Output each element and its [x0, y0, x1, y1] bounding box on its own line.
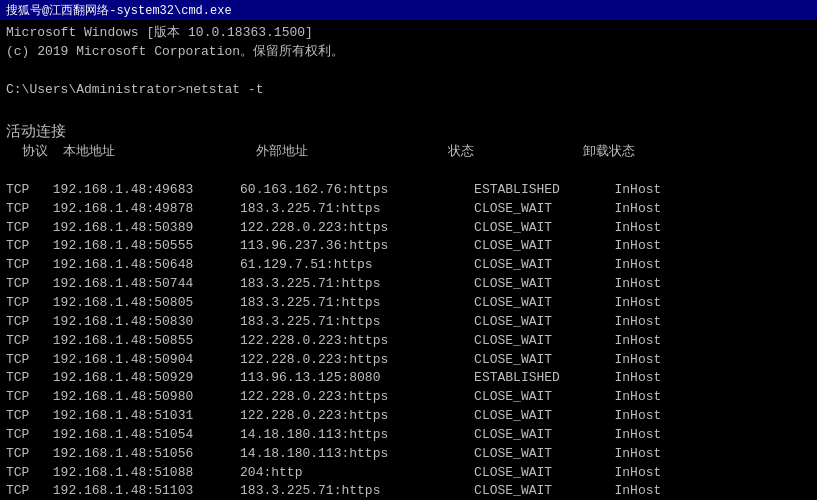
title-bar: 搜狐号@江西翻网络-system32\cmd.exe [0, 0, 817, 20]
table-row: TCP 192.168.1.48:51056 14.18.180.113:htt… [6, 445, 811, 464]
col-state: 状态 [448, 144, 583, 159]
table-row: TCP 192.168.1.48:50855 122.228.0.223:htt… [6, 332, 811, 351]
copyright-line: (c) 2019 Microsoft Corporation。保留所有权利。 [6, 43, 811, 62]
col-local: 本地地址 [63, 144, 255, 159]
title-text: 搜狐号@江西翻网络-system32\cmd.exe [6, 2, 232, 19]
table-row: TCP 192.168.1.48:50929 113.96.13.125:808… [6, 369, 811, 388]
table-row: TCP 192.168.1.48:51103 183.3.225.71:http… [6, 482, 811, 500]
table-row: TCP 192.168.1.48:50744 183.3.225.71:http… [6, 275, 811, 294]
table-row: TCP 192.168.1.48:51031 122.228.0.223:htt… [6, 407, 811, 426]
terminal-window: Microsoft Windows [版本 10.0.18363.1500] (… [0, 20, 817, 500]
col-offload: 卸载状态 [583, 144, 635, 159]
table-row: TCP 192.168.1.48:49683 60.163.162.76:htt… [6, 181, 811, 200]
table-row: TCP 192.168.1.48:50805 183.3.225.71:http… [6, 294, 811, 313]
col-foreign: 外部地址 [256, 144, 448, 159]
table-row: TCP 192.168.1.48:50904 122.228.0.223:htt… [6, 351, 811, 370]
table-row: TCP 192.168.1.48:51054 14.18.180.113:htt… [6, 426, 811, 445]
table-row: TCP 192.168.1.48:50389 122.228.0.223:htt… [6, 219, 811, 238]
table-row: TCP 192.168.1.48:50648 61.129.7.51:https… [6, 256, 811, 275]
table-row: TCP 192.168.1.48:49878 183.3.225.71:http… [6, 200, 811, 219]
table-row: TCP 192.168.1.48:51088 204:http CLOSE_WA… [6, 464, 811, 483]
column-headers: 协议 本地地址 外部地址 状态 卸载状态 [6, 143, 811, 162]
command-line: C:\Users\Administrator>netstat -t [6, 81, 811, 100]
table-row: TCP 192.168.1.48:50980 122.228.0.223:htt… [6, 388, 811, 407]
table-row: TCP 192.168.1.48:50555 113.96.237.36:htt… [6, 237, 811, 256]
windows-version-line: Microsoft Windows [版本 10.0.18363.1500] [6, 24, 811, 43]
connection-rows: TCP 192.168.1.48:49683 60.163.162.76:htt… [6, 181, 811, 500]
blank-line-3 [6, 162, 811, 181]
table-row: TCP 192.168.1.48:50830 183.3.225.71:http… [6, 313, 811, 332]
blank-line-1 [6, 62, 811, 81]
col-protocol: 协议 [22, 144, 64, 159]
section-title: 活动连接 [6, 122, 811, 141]
blank-line-2 [6, 99, 811, 118]
